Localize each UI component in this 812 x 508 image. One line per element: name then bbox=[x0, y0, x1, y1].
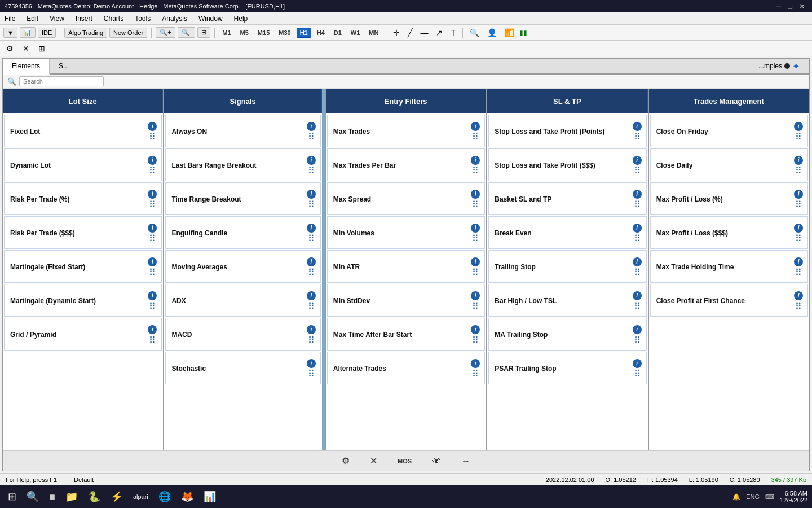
info-btn-ma[interactable]: i bbox=[307, 257, 316, 266]
firefox-icon[interactable]: 🦊 bbox=[178, 489, 197, 504]
menu-insert[interactable]: Insert bbox=[73, 15, 95, 23]
drag-btn-max-spread[interactable]: ⠿ bbox=[472, 200, 479, 209]
menu-analysis[interactable]: Analysis bbox=[160, 15, 189, 23]
info-btn-stochastic[interactable]: i bbox=[307, 359, 316, 368]
drag-btn-macd[interactable]: ⠿ bbox=[308, 336, 315, 345]
card-max-profit-loss-ddd[interactable]: Max Profit / Loss ($$$) i ⠿ bbox=[650, 216, 808, 249]
search-icon[interactable]: 🔍 bbox=[467, 27, 482, 38]
drag-btn-max-pl-ddd[interactable]: ⠿ bbox=[795, 234, 802, 243]
menu-charts[interactable]: Charts bbox=[102, 15, 126, 23]
drag-btn-ma-trailing[interactable]: ⠿ bbox=[634, 336, 641, 345]
card-moving-averages[interactable]: Moving Averages i ⠿ bbox=[165, 250, 320, 283]
card-max-holding-time[interactable]: Max Trade Holding Time i ⠿ bbox=[650, 250, 808, 283]
grid-view-icon[interactable]: ⊞ bbox=[36, 43, 48, 54]
taskview-icon[interactable]: ■ bbox=[46, 490, 59, 504]
card-fixed-lot[interactable]: Fixed Lot i ⠿ bbox=[4, 115, 162, 147]
info-btn-mart-dynamic[interactable]: i bbox=[148, 291, 157, 300]
info-btn-max-holding[interactable]: i bbox=[794, 257, 803, 266]
drag-btn-risk-ddd[interactable]: ⠿ bbox=[149, 234, 156, 243]
tf-m15[interactable]: M15 bbox=[254, 28, 273, 38]
info-btn-max-spread[interactable]: i bbox=[471, 190, 480, 199]
card-close-friday[interactable]: Close On Friday i ⠿ bbox=[650, 115, 808, 147]
search-input[interactable] bbox=[19, 76, 104, 86]
new-order-button[interactable]: New Order bbox=[109, 28, 147, 38]
grid-btn[interactable]: ⊞ bbox=[197, 27, 210, 38]
drag-btn-ma[interactable]: ⠿ bbox=[308, 268, 315, 277]
card-grid-pyramid[interactable]: Grid / Pyramid i ⠿ bbox=[4, 318, 162, 351]
info-btn-sl-tp-ddd[interactable]: i bbox=[633, 156, 642, 165]
arrow-right-btn[interactable]: → bbox=[457, 455, 475, 467]
tf-w1[interactable]: W1 bbox=[347, 28, 364, 38]
info-btn-min-atr[interactable]: i bbox=[471, 257, 480, 266]
search-taskbar-icon[interactable]: 🔍 bbox=[23, 489, 42, 504]
info-btn-mart-fixed[interactable]: i bbox=[148, 257, 157, 266]
drag-btn-stochastic[interactable]: ⠿ bbox=[308, 370, 315, 379]
drag-btn-max-pl-pct[interactable]: ⠿ bbox=[795, 200, 802, 209]
info-btn-bar-high-low[interactable]: i bbox=[633, 291, 642, 300]
drag-btn-fixed-lot[interactable]: ⠿ bbox=[149, 133, 156, 142]
drag-btn-break-even[interactable]: ⠿ bbox=[634, 234, 641, 243]
tf-d1[interactable]: D1 bbox=[330, 28, 345, 38]
card-dynamic-lot[interactable]: Dynamic Lot i ⠿ bbox=[4, 148, 162, 181]
text-icon[interactable]: T bbox=[448, 27, 458, 38]
card-last-bars-breakout[interactable]: Last Bars Range Breakout i ⠿ bbox=[165, 148, 320, 181]
window-controls[interactable]: ─ □ ✕ bbox=[774, 2, 807, 11]
info-btn-time-range[interactable]: i bbox=[307, 190, 316, 199]
app1-icon[interactable]: 🐍 bbox=[85, 489, 104, 504]
drag-btn-max-holding[interactable]: ⠿ bbox=[795, 268, 802, 277]
card-min-volumes[interactable]: Min Volumes i ⠿ bbox=[327, 216, 485, 249]
drag-btn-trailing-stop[interactable]: ⠿ bbox=[634, 268, 641, 277]
info-btn-close-profit-first[interactable]: i bbox=[794, 291, 803, 300]
card-max-trades-per-bar[interactable]: Max Trades Per Bar i ⠿ bbox=[327, 148, 485, 181]
info-btn-adx[interactable]: i bbox=[307, 291, 316, 300]
start-button[interactable]: ⊞ bbox=[5, 489, 20, 504]
magic-wand-icon[interactable]: ✦ bbox=[792, 61, 800, 72]
info-btn-close-friday[interactable]: i bbox=[794, 122, 803, 131]
tab-elements[interactable]: Elements bbox=[3, 59, 50, 75]
drag-btn-risk-pct[interactable]: ⠿ bbox=[149, 200, 156, 209]
card-close-profit-first[interactable]: Close Profit at First Chance i ⠿ bbox=[650, 284, 808, 317]
mos-btn[interactable]: MOS bbox=[393, 457, 416, 466]
tab-samples[interactable]: ...mples ✦ bbox=[749, 59, 809, 73]
info-btn-max-time-bar[interactable]: i bbox=[471, 325, 480, 334]
tf-m1[interactable]: M1 bbox=[219, 28, 234, 38]
arrow-dropdown[interactable]: ▼ bbox=[3, 28, 17, 38]
drag-btn-close-daily[interactable]: ⠿ bbox=[795, 167, 802, 176]
line-icon[interactable]: ╱ bbox=[405, 27, 415, 38]
crosshair-icon[interactable]: ✛ bbox=[390, 27, 403, 38]
drag-btn-basket[interactable]: ⠿ bbox=[634, 200, 641, 209]
drag-btn-last-bars[interactable]: ⠿ bbox=[308, 167, 315, 176]
card-risk-pct[interactable]: Risk Per Trade (%) i ⠿ bbox=[4, 182, 162, 215]
info-btn-dynamic-lot[interactable]: i bbox=[148, 156, 157, 165]
drag-btn-bar-high-low[interactable]: ⠿ bbox=[634, 302, 641, 311]
drag-btn-engulfing[interactable]: ⠿ bbox=[308, 234, 315, 243]
card-risk-ddd[interactable]: Risk Per Trade ($$$) i ⠿ bbox=[4, 216, 162, 249]
menu-tools[interactable]: Tools bbox=[133, 15, 153, 23]
drag-btn-min-stddev[interactable]: ⠿ bbox=[472, 302, 479, 311]
info-btn-engulfing[interactable]: i bbox=[307, 224, 316, 233]
card-break-even[interactable]: Break Even i ⠿ bbox=[488, 216, 646, 249]
card-bar-high-low[interactable]: Bar High / Low TSL i ⠿ bbox=[488, 284, 646, 317]
info-btn-max-trades-per-bar[interactable]: i bbox=[471, 156, 480, 165]
card-engulfing-candle[interactable]: Engulfing Candle i ⠿ bbox=[165, 216, 320, 249]
resize-handle-signals[interactable] bbox=[322, 89, 325, 450]
info-btn-risk-ddd[interactable]: i bbox=[148, 224, 157, 233]
info-btn-macd[interactable]: i bbox=[307, 325, 316, 334]
app4-icon[interactable]: 📊 bbox=[200, 489, 219, 504]
info-btn-last-bars[interactable]: i bbox=[307, 156, 316, 165]
layout-icon[interactable]: ✕ bbox=[20, 43, 32, 54]
drag-btn-close-profit-first[interactable]: ⠿ bbox=[795, 302, 802, 311]
chart-type-btn[interactable]: 📊 bbox=[20, 27, 36, 38]
tf-h1[interactable]: H1 bbox=[297, 28, 311, 38]
drag-btn-alternate[interactable]: ⠿ bbox=[472, 370, 479, 379]
user-icon[interactable]: 👤 bbox=[484, 27, 500, 38]
menu-file[interactable]: File bbox=[2, 15, 17, 23]
app2-icon[interactable]: ⚡ bbox=[107, 489, 126, 504]
info-btn-break-even[interactable]: i bbox=[633, 224, 642, 233]
tf-mn[interactable]: MN bbox=[365, 28, 382, 38]
card-martingale-fixed[interactable]: Martingale (Fixed Start) i ⠿ bbox=[4, 250, 162, 283]
ide-button[interactable]: IDE bbox=[38, 28, 56, 38]
card-max-trades[interactable]: Max Trades i ⠿ bbox=[327, 115, 485, 147]
info-btn-max-pl-ddd[interactable]: i bbox=[794, 224, 803, 233]
card-max-spread[interactable]: Max Spread i ⠿ bbox=[327, 182, 485, 215]
